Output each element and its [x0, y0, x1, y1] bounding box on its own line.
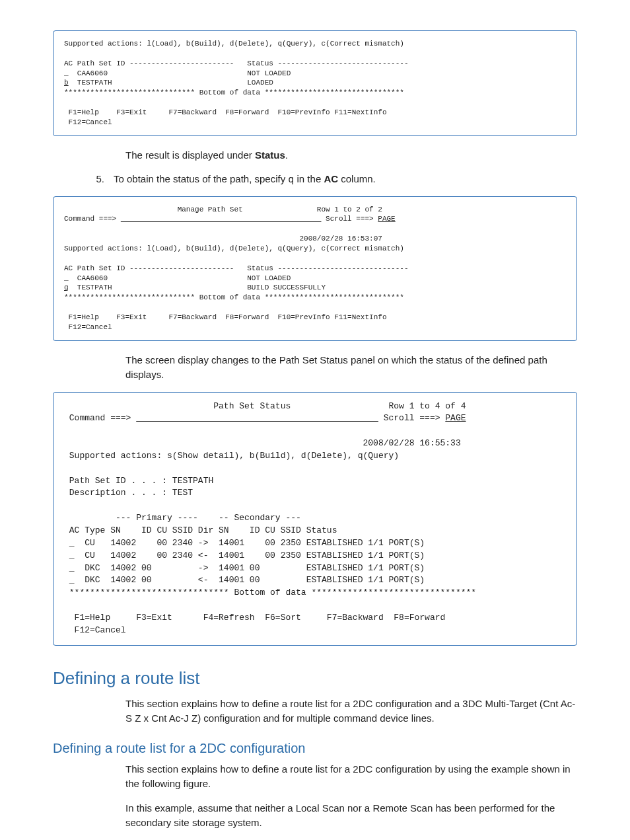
- table-row: _ CAA6060 NOT LOADED: [64, 274, 291, 282]
- fkey-bar: F1=Help F3=Exit F7=Backward F8=Forward F…: [64, 313, 386, 331]
- bottom-marker: ****************************** Bottom of…: [64, 293, 404, 301]
- terminal-panel-2: Manage Path Set Row 1 to 2 of 2 Command …: [53, 196, 577, 341]
- description: Description . . . : TEST: [64, 488, 193, 498]
- scroll-input[interactable]: PAGE: [378, 215, 395, 223]
- supported-actions: Supported actions: l(Load), b(Build), d(…: [64, 245, 404, 252]
- timestamp: 2008/02/28 16:55:33: [64, 438, 461, 448]
- command-input[interactable]: [121, 215, 322, 223]
- table-row: TESTPATH BUILD SUCCESSFULLY: [69, 284, 326, 291]
- step-text: To obtain the status of the path, specif…: [114, 172, 376, 188]
- column-header: AC Type SN ID CU SSID Dir SN ID CU SSID …: [64, 525, 337, 535]
- timestamp: 2008/02/28 16:53:07: [64, 235, 382, 243]
- terminal-panel-1: Supported actions: l(Load), b(Build), d(…: [53, 30, 577, 136]
- paragraph: The result is displayed under Status.: [125, 148, 577, 163]
- fkey-bar: F1=Help F3=Exit F4=Refresh F6=Sort F7=Ba…: [64, 613, 445, 635]
- fkey-bar: F1=Help F3=Exit F7=Backward F8=Forward F…: [64, 108, 386, 126]
- scroll-label: Scroll ===>: [378, 413, 445, 423]
- panel-title: Path Set Status Row 1 to 4 of 4: [64, 401, 466, 411]
- paragraph: In this example, assume that neither a L…: [125, 801, 577, 831]
- paragraph: The screen display changes to the Path S…: [125, 353, 577, 383]
- table-row: _ CAA6060 NOT LOADED: [64, 69, 291, 77]
- q-code: q: [288, 174, 294, 186]
- table-row: _ CU 14002 00 2340 -> 14001 00 2350 ESTA…: [64, 538, 425, 548]
- command-label: Command ===>: [64, 413, 136, 423]
- heading-1: Defining a route list: [53, 666, 577, 691]
- table-row: _ DKC 14002 00 <- 14001 00 ESTABLISHED 1…: [64, 575, 425, 585]
- terminal-panel-3: Path Set Status Row 1 to 4 of 4 Command …: [53, 392, 577, 646]
- paragraph: This section explains how to define a ro…: [125, 762, 577, 792]
- scroll-label: Scroll ===>: [321, 215, 378, 223]
- step-number: 5.: [92, 172, 104, 188]
- table-row: _ CU 14002 00 2340 <- 14001 00 2350 ESTA…: [64, 551, 425, 560]
- table-row: TESTPATH LOADED: [69, 79, 273, 87]
- supported-actions: Supported actions: l(Load), b(Build), d(…: [64, 40, 404, 48]
- supported-actions: Supported actions: s(Show detail), b(Bui…: [64, 451, 399, 461]
- column-header: --- Primary ---- -- Secondary ---: [64, 513, 301, 523]
- ac-bold: AC: [324, 173, 338, 184]
- command-label: Command ===>: [64, 215, 121, 223]
- path-set-id: Path Set ID . . . : TESTPATH: [64, 476, 213, 486]
- panel-title: Manage Path Set Row 1 to 2 of 2: [64, 206, 382, 213]
- step-5: 5. To obtain the status of the path, spe…: [92, 172, 577, 188]
- table-header: AC Path Set ID ------------------------ …: [64, 264, 409, 272]
- command-input[interactable]: [136, 413, 378, 423]
- scroll-input[interactable]: PAGE: [445, 413, 466, 423]
- ac-input[interactable]: q: [64, 284, 69, 291]
- table-header: AC Path Set ID ------------------------ …: [64, 59, 409, 67]
- heading-2: Defining a route list for a 2DC configur…: [53, 738, 577, 758]
- table-row: _ DKC 14002 00 -> 14001 00 ESTABLISHED 1…: [64, 563, 425, 573]
- paragraph: This section explains how to define a ro…: [125, 697, 577, 726]
- status-bold: Status: [255, 149, 285, 161]
- ac-input[interactable]: b: [64, 79, 69, 87]
- bottom-marker: ******************************* Bottom o…: [64, 588, 476, 597]
- bottom-marker: ****************************** Bottom of…: [64, 89, 404, 96]
